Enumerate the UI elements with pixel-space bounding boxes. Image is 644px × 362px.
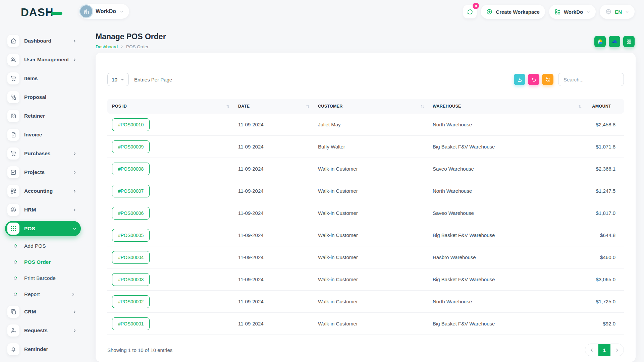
pos-id-button[interactable]: #POS00008 (112, 163, 150, 175)
sidebar-item[interactable]: Projects (5, 166, 81, 179)
sidebar-item[interactable]: Retainer (5, 109, 81, 123)
workspace-switcher-button[interactable]: WorkDo (549, 5, 596, 19)
onedrive-button[interactable] (609, 36, 620, 47)
column-header[interactable]: DATE (233, 104, 313, 109)
messages-button[interactable]: 0 (463, 5, 477, 18)
table-toolbar: 10 Entries Per Page (107, 73, 624, 86)
sidebar-item[interactable]: Invoice (5, 128, 81, 141)
table-row: #POS00001 11-09-2024 Walk-in Customer Bi… (107, 313, 624, 335)
page-number-button[interactable]: 1 (598, 344, 610, 356)
header-actions (594, 36, 635, 47)
cell-date: 11-09-2024 (233, 210, 313, 216)
globe-icon (605, 8, 612, 15)
pos-id-button[interactable]: #POS00006 (112, 207, 150, 220)
search-input[interactable] (558, 73, 624, 86)
sort-icon (578, 104, 582, 109)
save-icon (7, 110, 19, 122)
cart-icon (7, 147, 19, 160)
sidebar-item[interactable]: User Management (5, 53, 81, 66)
sidebar-subitem[interactable]: Add POS (5, 241, 81, 251)
sidebar-subitem[interactable]: Report (5, 289, 81, 300)
sidebar-item[interactable]: POS (5, 221, 81, 236)
table-row: #POS00005 11-09-2024 Walk-in Customer Bi… (107, 224, 624, 246)
pos-id-button[interactable]: #POS00010 (112, 118, 150, 131)
pos-id-button[interactable]: #POS00007 (112, 185, 150, 197)
next-page-button[interactable] (610, 344, 624, 356)
sort-icon (420, 104, 425, 109)
chevron-right-icon (72, 227, 77, 231)
chevron-right-icon (72, 328, 77, 333)
cell-date: 11-09-2024 (233, 166, 313, 172)
cell-amount: $1,817.0 (586, 210, 624, 216)
sidebar-item[interactable]: HRM (5, 203, 81, 217)
grid-view-button[interactable] (623, 36, 635, 47)
refresh-icon (545, 77, 551, 82)
column-header[interactable]: WAREHOUSE (428, 104, 586, 109)
users-icon (7, 54, 19, 66)
cell-customer: Buffy Walter (313, 144, 428, 149)
sidebar-item[interactable]: Accounting (5, 184, 81, 198)
notification-badge: 0 (473, 3, 479, 9)
table-row: #POS00003 11-09-2024 Walk-in Customer Bi… (107, 268, 624, 291)
sidebar: Dashboard User Management Items Proposal (0, 23, 86, 362)
sidebar-item[interactable]: CRM (5, 305, 81, 318)
cell-customer: Juliet May (313, 122, 428, 127)
sidebar-item[interactable]: Reminder (5, 343, 81, 356)
download-icon (517, 77, 523, 82)
sidebar-item[interactable]: Purchases (5, 147, 81, 160)
brand-logo[interactable]: DASH (21, 6, 62, 19)
cell-warehouse: North Warehouse (428, 188, 586, 194)
logo-dash-accent (51, 12, 62, 15)
create-workspace-button[interactable]: Create Workspace (481, 5, 545, 19)
sidebar-item[interactable]: Dashboard (5, 34, 81, 48)
cell-amount: $2,458.8 (586, 122, 624, 127)
language-selector[interactable]: EN (600, 5, 635, 19)
pos-id-button[interactable]: #POS00009 (112, 140, 150, 153)
sidebar-subitem[interactable]: Print Barcode (5, 273, 81, 284)
topbar-right: 0 Create Workspace WorkDo EN (463, 5, 635, 19)
table-footer: Showing 1 to 10 of 10 entries 1 (107, 344, 624, 356)
chevron-right-icon (120, 45, 124, 49)
pos-id-button[interactable]: #POS00004 (112, 251, 150, 264)
check-square-icon (7, 166, 19, 178)
sidebar-item[interactable]: Requests (5, 324, 81, 337)
cell-amount: $92.0 (586, 321, 624, 326)
refresh-button[interactable] (542, 74, 553, 85)
app-root: DASH WorkDo 0 Create Workspace (0, 0, 644, 362)
sidebar-item[interactable]: Items (5, 72, 81, 85)
table-row: #POS00002 11-09-2024 Walk-in Customer No… (107, 291, 624, 313)
breadcrumb-dashboard-link[interactable]: Dashboard (96, 44, 118, 49)
chevron-down-icon (119, 9, 124, 14)
workspace-avatar (80, 5, 92, 17)
column-header[interactable]: AMOUNT (586, 104, 624, 109)
reset-button[interactable] (528, 74, 539, 85)
google-drive-button[interactable] (594, 36, 606, 47)
cell-customer: Walk-in Customer (313, 299, 428, 304)
pos-id-button[interactable]: #POS00003 (112, 273, 150, 286)
copy-icon (7, 306, 19, 318)
chevron-right-icon (72, 189, 77, 193)
entries-per-page-select[interactable]: 10 (107, 73, 129, 86)
submenu-bullet-icon (13, 260, 18, 264)
sidebar-subitem[interactable]: POS Order (5, 257, 81, 267)
cell-customer: Walk-in Customer (313, 232, 428, 238)
export-button[interactable] (514, 74, 525, 85)
pos-id-button[interactable]: #POS00002 (112, 295, 150, 308)
chevron-down-icon (625, 10, 629, 14)
column-header[interactable]: POS ID (107, 104, 233, 109)
sidebar-item[interactable]: Proposal (5, 90, 81, 104)
cell-customer: Walk-in Customer (313, 210, 428, 216)
column-header[interactable]: CUSTOMER (313, 104, 428, 109)
pos-id-button[interactable]: #POS00005 (112, 229, 150, 242)
cell-warehouse: Hasbro Warehouse (428, 254, 586, 260)
prev-page-button[interactable] (585, 344, 598, 356)
pos-id-button[interactable]: #POS00001 (112, 317, 150, 330)
cell-date: 11-09-2024 (233, 277, 313, 282)
grid-plus-icon (7, 185, 19, 197)
language-code: EN (615, 9, 622, 15)
dots-grid-icon (7, 223, 19, 235)
workspace-selector[interactable]: WorkDo (79, 4, 129, 19)
submenu-bullet-icon (13, 276, 18, 281)
chevron-right-icon (72, 310, 77, 314)
cell-date: 11-09-2024 (233, 122, 313, 127)
